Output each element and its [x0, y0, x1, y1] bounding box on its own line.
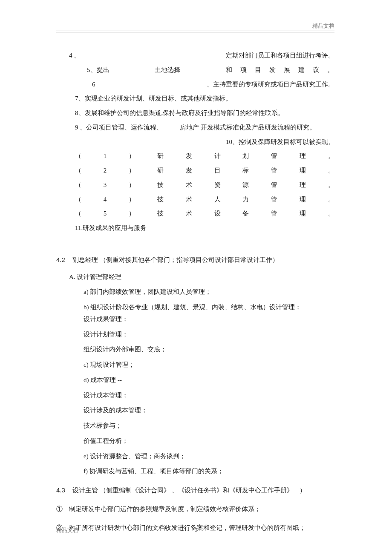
- sub-item-cell: 标: [242, 166, 249, 175]
- sub-item-cell: （: [75, 166, 81, 175]
- sub-item-cell: 。: [328, 166, 334, 175]
- sub-item-cell: 划: [242, 152, 249, 161]
- sub-item-list: （1）研发计划管理。（2）研发目标管理。（3）技术资源管理。（4）技术人力管理。…: [56, 152, 334, 219]
- item-5-pre: 5、提出: [87, 66, 110, 75]
- sub-item-cell: 理: [300, 181, 306, 190]
- item-5-mid: 土地选择: [155, 66, 180, 75]
- item-9: 9 、公司项目管理、运作流程、 房地产 开发模式标准化及产品研发流程的研究。: [56, 123, 334, 132]
- sub-item-cell: 术: [186, 181, 192, 190]
- sub-item-cell: 理: [300, 152, 306, 161]
- sub-item-cell: 1: [104, 152, 107, 161]
- item-7: 7、实现企业的研发计划、研发目标、或其他研发指标。: [56, 94, 334, 104]
- document-page: 精品文档 4 、 定期对部门员工和各项目组进行考评。 5、提出 土地选择 和 项…: [0, 0, 392, 555]
- sub-item-cell: 管: [271, 166, 277, 175]
- sub-item-cell: （: [75, 209, 81, 219]
- sub-item-row: （5）技术设备管理。: [75, 209, 334, 219]
- item-d-4: 技术标参与；: [84, 421, 334, 431]
- sub-item-cell: 发: [186, 166, 192, 175]
- sub-item-cell: 目: [214, 166, 221, 175]
- item-circled-1: ① 制定研发中心部门运作的参照规章及制度，制定绩效考核评价体系；: [56, 505, 334, 514]
- item-4-text: 定期对部门员工和各项目组进行考评。: [226, 51, 334, 60]
- item-b-4: 组织设计内外部审图、交底；: [84, 345, 334, 354]
- sub-item-cell: ）: [129, 181, 135, 190]
- sub-item-cell: 设: [214, 209, 221, 219]
- sub-item-cell: ）: [129, 166, 135, 175]
- sub-item-cell: （: [75, 152, 81, 161]
- sub-item-cell: 力: [242, 195, 249, 204]
- sub-item-cell: 术: [186, 209, 192, 219]
- sub-item-cell: 人: [214, 195, 221, 204]
- sub-item-cell: （: [75, 195, 81, 204]
- sub-item-cell: 技: [157, 181, 164, 190]
- item-4: 4 、 定期对部门员工和各项目组进行考评。: [56, 51, 334, 60]
- item-b-2: 设计成果管理；: [84, 315, 334, 324]
- item-a: a) 部门内部绩效管理，团队建设和人员管理；: [84, 288, 334, 297]
- sub-item-cell: ）: [129, 209, 135, 219]
- item-e: e) 设计资源整合、管理；商务谈判；: [84, 452, 334, 461]
- item-11: 11.研发成果的应用与服务: [56, 224, 334, 233]
- item-10: 10、控制及保障研发目标可以被实现。: [56, 138, 334, 147]
- sub-item-cell: 管: [271, 195, 277, 204]
- section-4-2-number: 4.2: [56, 256, 65, 263]
- page-body: 4 、 定期对部门员工和各项目组进行考评。 5、提出 土地选择 和 项 目 发 …: [56, 51, 334, 538]
- sub-item-cell: 管: [271, 181, 277, 190]
- page-number: 3: [194, 526, 197, 535]
- item-b-3: 设计计划管理；: [84, 330, 334, 339]
- item-6-num: 6: [87, 80, 95, 89]
- sub-item-row: （2）研发目标管理。: [75, 166, 334, 175]
- sub-item-cell: 理: [300, 195, 306, 204]
- sub-item-cell: ）: [129, 195, 135, 204]
- item-d-2: 设计成本管理；: [84, 391, 334, 400]
- item-d-5: 价值工程分析；: [84, 437, 334, 446]
- sub-item-cell: 发: [186, 152, 192, 161]
- section-4-2-title: 副总经理 （侧重对接其他各个部门；指导项目公司设计部日常设计工作）: [72, 256, 279, 263]
- item-8: 8、发展和维护公司的信息渠道,保持与政府及行业指导部门的经常性联系。: [56, 109, 334, 118]
- sub-item-cell: 2: [104, 166, 107, 175]
- item-c: c) 现场设计管理；: [84, 360, 334, 370]
- sub-item-cell: 。: [328, 195, 334, 204]
- section-4-3-heading: 4.3 设计主管 （侧重编制《设计合同》 、《设计任务书》和《研发中心工作手册》…: [56, 486, 334, 495]
- sub-item-cell: （: [75, 181, 81, 190]
- header-watermark: 精品文档: [312, 22, 334, 30]
- section-4-3-number: 4.3: [56, 486, 65, 494]
- sub-item-cell: 研: [157, 152, 164, 161]
- sub-item-row: （3）技术资源管理。: [75, 181, 334, 190]
- sub-item-cell: 。: [328, 209, 334, 219]
- sub-item-cell: 资: [214, 181, 221, 190]
- sub-item-cell: 理: [300, 166, 306, 175]
- sub-item-cell: 。: [328, 152, 334, 161]
- sub-item-cell: 。: [328, 181, 334, 190]
- item-9-a: 9 、公司项目管理、运作流程、: [75, 124, 163, 131]
- sub-item-cell: 3: [104, 181, 107, 190]
- sub-item-cell: ）: [129, 152, 135, 161]
- sub-item-row: （1）研发计划管理。: [75, 152, 334, 161]
- sub-item-row: （4）技术人力管理。: [75, 195, 334, 204]
- section-4-2-heading: 4.2 副总经理 （侧重对接其他各个部门；指导项目公司设计部日常设计工作）: [56, 255, 334, 265]
- item-d-1: d) 成本管理 --: [84, 376, 334, 385]
- item-4-num: 4 、: [69, 51, 80, 60]
- subsection-A: A. 设计管理部经理: [69, 273, 334, 282]
- footer-watermark: 精品文档: [56, 526, 78, 535]
- item-5-tail: 和 项 目 发 展 建 议 。: [226, 66, 334, 75]
- sub-item-cell: 管: [271, 209, 277, 219]
- sub-item-cell: 4: [104, 195, 107, 204]
- item-5: 5、提出 土地选择 和 项 目 发 展 建 议 。: [56, 66, 334, 75]
- item-f: f) 协调研发与营销、工程、项目体等部门的关系；: [84, 467, 334, 476]
- item-b-1: b) 组织设计阶段各专业（规划、建筑、景观、内装、结构、水电）设计管理；: [84, 303, 334, 312]
- sub-item-cell: 管: [271, 152, 277, 161]
- sub-item-cell: 术: [186, 195, 192, 204]
- sub-item-cell: 备: [242, 209, 249, 219]
- item-6-text: 、主持重要的专项研究或项目产品研究工作。: [207, 80, 334, 89]
- item-9-b: 房地产 开发模式标准化及产品研发流程的研究。: [180, 124, 316, 131]
- item-6: 6 、主持重要的专项研究或项目产品研究工作。: [56, 80, 334, 89]
- sub-item-cell: 计: [214, 152, 221, 161]
- section-4-3-title: 设计主管 （侧重编制《设计合同》 、《设计任务书》和《研发中心工作手册》 ）: [72, 487, 306, 494]
- sub-item-cell: 理: [300, 209, 306, 219]
- sub-item-cell: 源: [242, 181, 249, 190]
- sub-item-cell: 技: [157, 195, 164, 204]
- sub-item-cell: 技: [157, 209, 164, 219]
- sub-item-cell: 研: [157, 166, 164, 175]
- item-d-3: 设计涉及的成本管理；: [84, 406, 334, 415]
- sub-item-cell: 5: [104, 209, 107, 219]
- header-rule: [56, 31, 334, 32]
